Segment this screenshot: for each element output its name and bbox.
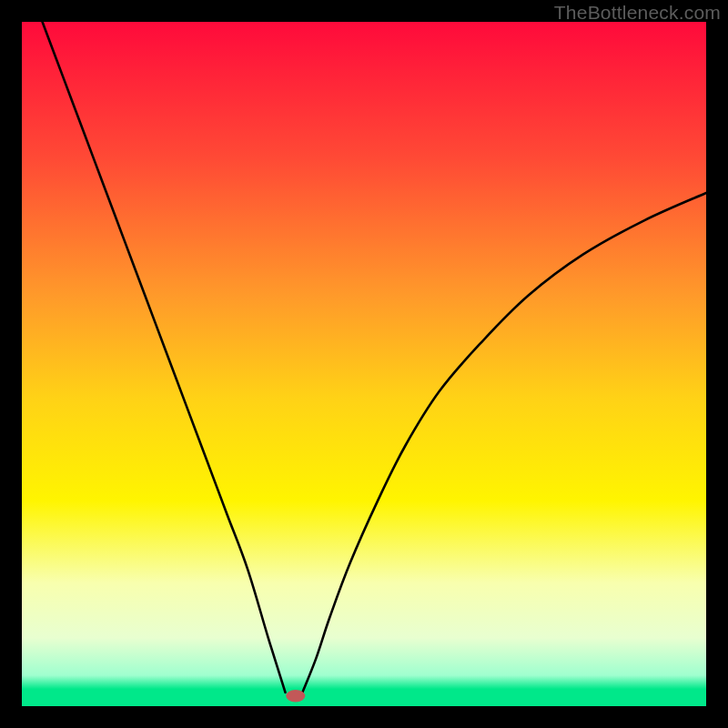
plot-frame xyxy=(22,22,706,706)
watermark-text: TheBottleneck.com xyxy=(554,2,721,24)
gradient-background xyxy=(22,22,706,706)
minimum-marker xyxy=(286,690,305,703)
plot-svg xyxy=(22,22,706,706)
